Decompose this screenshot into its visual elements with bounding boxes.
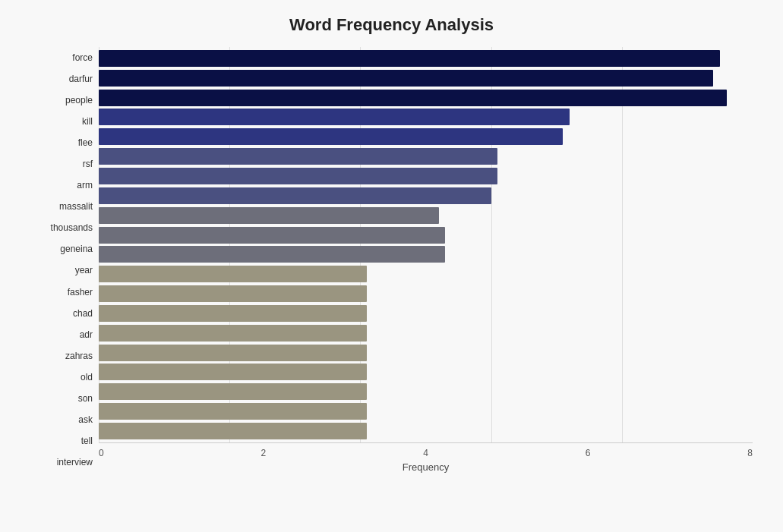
bar-row: [99, 127, 753, 146]
bar: [99, 207, 439, 224]
bar-row: [99, 421, 753, 441]
y-label: son: [78, 394, 93, 403]
bar-row: [99, 343, 753, 363]
bar: [99, 70, 713, 87]
chart-title: Word Frequency Analysis: [30, 15, 753, 35]
y-label: ask: [78, 415, 93, 424]
y-label: kill: [82, 117, 93, 126]
x-tick: 2: [261, 448, 267, 458]
y-labels: forcedarfurpeoplekillfleersfarmmassalitt…: [30, 47, 99, 473]
bar: [99, 266, 367, 282]
bar: [99, 246, 445, 263]
bar: [99, 50, 720, 67]
x-axis: 02468: [99, 442, 753, 458]
bar-row: [99, 206, 753, 225]
bar: [99, 305, 367, 322]
y-label: massalit: [59, 202, 93, 211]
y-label: flee: [78, 138, 93, 147]
bar: [99, 345, 367, 361]
y-label: fasher: [68, 288, 93, 297]
y-label: tell: [81, 436, 93, 445]
bar: [99, 148, 497, 165]
bar-row: [99, 284, 753, 304]
y-label: force: [72, 53, 93, 62]
bar-row: [99, 363, 753, 382]
chart-area: forcedarfurpeoplekillfleersfarmmassalitt…: [30, 47, 753, 473]
y-label: darfur: [69, 74, 93, 83]
bar-row: [99, 49, 753, 68]
y-label: zahras: [65, 351, 93, 360]
x-tick: 4: [423, 448, 428, 458]
bar-row: [99, 264, 753, 284]
bar-row: [99, 225, 753, 245]
bar-row: [99, 244, 753, 264]
x-tick: 8: [747, 448, 753, 458]
y-label: rsf: [83, 159, 93, 168]
bar: [99, 90, 727, 106]
y-label: people: [65, 96, 93, 105]
bars-and-xaxis: 02468 Frequency: [99, 47, 753, 473]
bar-row: [99, 88, 753, 108]
bar-row: [99, 146, 753, 166]
y-label: chad: [73, 309, 93, 318]
bar-row: [99, 166, 753, 186]
bar: [99, 128, 563, 145]
y-label: arm: [77, 181, 93, 190]
bar: [99, 187, 491, 204]
y-label: old: [81, 373, 93, 382]
bar: [99, 423, 367, 439]
y-label: year: [75, 266, 93, 275]
bar-row: [99, 304, 753, 323]
bar-row: [99, 323, 753, 343]
bar: [99, 168, 497, 184]
bar: [99, 364, 367, 380]
bar-row: [99, 382, 753, 401]
chart-container: Word Frequency Analysis forcedarfurpeopl…: [0, 0, 783, 532]
bar: [99, 403, 367, 420]
bar-row: [99, 401, 753, 421]
bar: [99, 325, 367, 342]
y-label: geneina: [60, 244, 93, 253]
bar-row: [99, 186, 753, 206]
bar-row: [99, 108, 753, 127]
bars-wrapper: [99, 47, 753, 442]
y-label: interview: [57, 458, 93, 467]
y-label: thousands: [51, 223, 93, 232]
bars-inner: [99, 47, 753, 442]
x-axis-label: Frequency: [99, 461, 753, 473]
y-label: adr: [80, 330, 93, 339]
bar-row: [99, 68, 753, 88]
bar: [99, 227, 445, 244]
bar: [99, 109, 570, 125]
x-tick: 0: [99, 448, 104, 458]
bar: [99, 383, 367, 400]
bar: [99, 285, 367, 302]
x-tick: 6: [586, 448, 591, 458]
